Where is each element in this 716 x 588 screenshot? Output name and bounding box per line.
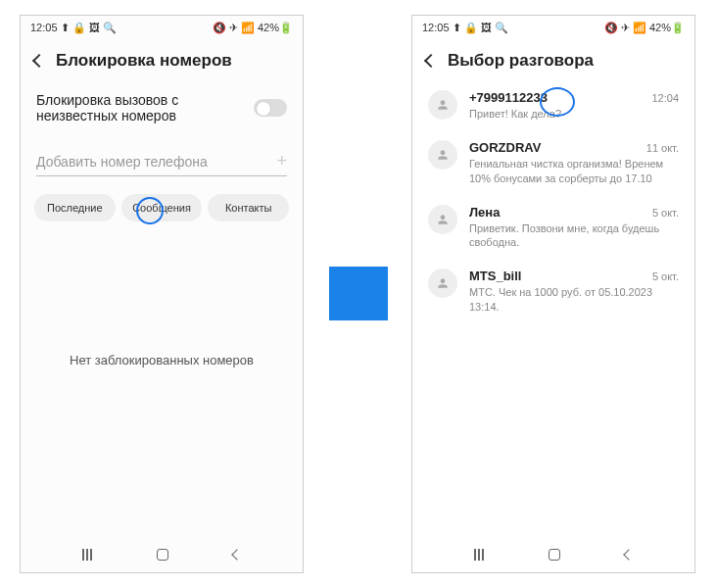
- conversation-preview: Приветик. Позвони мне, когда будешь своб…: [469, 221, 679, 250]
- header: Блокировка номеров: [21, 39, 303, 80]
- nav-recent-icon[interactable]: [82, 549, 92, 561]
- source-chips: Последние Сообщения Контакты: [21, 180, 303, 235]
- page-title: Выбор разговора: [448, 51, 594, 71]
- chip-recent[interactable]: Последние: [34, 194, 116, 221]
- status-right-icons: 🔇 ✈ 📶 42%🔋: [604, 22, 685, 34]
- conversation-name: Лена: [469, 205, 500, 220]
- conversation-name: GORZDRAV: [469, 140, 541, 155]
- conversation-preview: Гениальная чистка организма! Вренем 10% …: [469, 157, 679, 185]
- status-right-icons: 🔇 ✈ 📶 42%🔋: [213, 22, 293, 34]
- toggle-unknown-numbers[interactable]: Блокировка вызовов с неизвестных номеров: [21, 80, 303, 135]
- add-number-input[interactable]: Добавить номер телефона +: [36, 151, 287, 176]
- avatar: [428, 140, 457, 170]
- nav-bar: [412, 537, 694, 572]
- conversation-item[interactable]: +7999112233 12:04 Привет! Как дела?: [412, 80, 694, 130]
- status-bar: 12:05 ⬆ 🔒 🖼 🔍 🔇 ✈ 📶 42%🔋: [21, 16, 303, 39]
- conversation-name: +7999112233: [469, 90, 548, 105]
- toggle-label: Блокировка вызовов с неизвестных номеров: [36, 92, 178, 123]
- status-left-icons: ⬆ 🔒 🖼 🔍: [61, 22, 117, 34]
- chip-messages[interactable]: Сообщения: [121, 194, 203, 221]
- status-bar: 12:05 ⬆ 🔒 🖼 🔍 🔇 ✈ 📶 42%🔋: [412, 16, 694, 39]
- toggle-switch[interactable]: [254, 99, 287, 117]
- conversation-time: 5 окт.: [652, 207, 679, 219]
- nav-bar: [21, 537, 303, 572]
- nav-back-icon[interactable]: [231, 549, 242, 560]
- phone-select-conversation: 12:05 ⬆ 🔒 🖼 🔍 🔇 ✈ 📶 42%🔋 Выбор разговора…: [411, 15, 695, 573]
- status-time: 12:05: [422, 22, 450, 33]
- conversation-item[interactable]: Лена 5 окт. Приветик. Позвони мне, когда…: [412, 195, 694, 260]
- status-left-icons: ⬆ 🔒 🖼 🔍: [453, 22, 508, 34]
- page-title: Блокировка номеров: [56, 51, 232, 71]
- conversation-item[interactable]: GORZDRAV 11 окт. Гениальная чистка орган…: [412, 130, 694, 195]
- chip-contacts[interactable]: Контакты: [208, 194, 289, 221]
- avatar: [428, 269, 457, 298]
- avatar: [428, 90, 457, 120]
- conversation-preview: Привет! Как дела?: [469, 107, 679, 121]
- avatar: [428, 205, 457, 234]
- status-time: 12:05: [30, 22, 58, 33]
- conversation-time: 12:04: [651, 92, 679, 104]
- conversation-time: 5 окт.: [652, 270, 679, 282]
- plus-icon[interactable]: +: [276, 151, 287, 172]
- nav-home-icon[interactable]: [549, 549, 560, 561]
- header: Выбор разговора: [412, 39, 694, 80]
- nav-recent-icon[interactable]: [474, 549, 484, 561]
- back-icon[interactable]: [32, 54, 46, 68]
- conversation-time: 11 окт.: [646, 142, 679, 154]
- empty-state: Нет заблокированных номеров: [21, 353, 303, 368]
- conversation-item[interactable]: MTS_bill 5 окт. МТС. Чек на 1000 руб. от…: [412, 259, 694, 323]
- input-placeholder: Добавить номер телефона: [36, 154, 276, 170]
- phone-block-numbers: 12:05 ⬆ 🔒 🖼 🔍 🔇 ✈ 📶 42%🔋 Блокировка номе…: [20, 15, 304, 573]
- conversation-preview: МТС. Чек на 1000 руб. от 05.10.2023 13:1…: [469, 285, 679, 314]
- back-icon[interactable]: [424, 54, 438, 68]
- nav-home-icon[interactable]: [157, 549, 168, 561]
- arrow-icon: [329, 267, 388, 320]
- nav-back-icon[interactable]: [623, 549, 634, 560]
- conversation-name: MTS_bill: [469, 269, 521, 283]
